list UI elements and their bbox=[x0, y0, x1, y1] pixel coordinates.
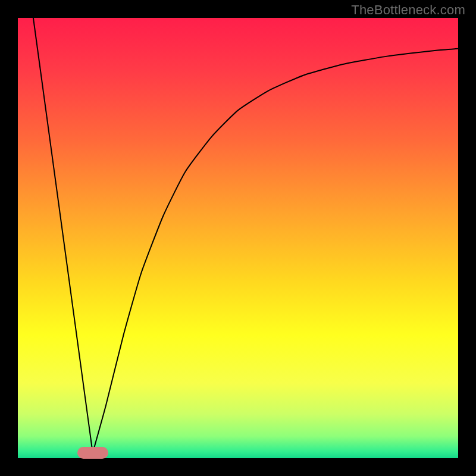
series-left-line bbox=[33, 18, 93, 453]
outer-frame: TheBottleneck.com bbox=[0, 0, 476, 476]
plot-area bbox=[18, 18, 458, 458]
watermark-text: TheBottleneck.com bbox=[351, 2, 465, 18]
series-right-curve bbox=[93, 49, 458, 453]
chart-curves bbox=[18, 18, 458, 458]
bottleneck-marker bbox=[77, 447, 108, 459]
